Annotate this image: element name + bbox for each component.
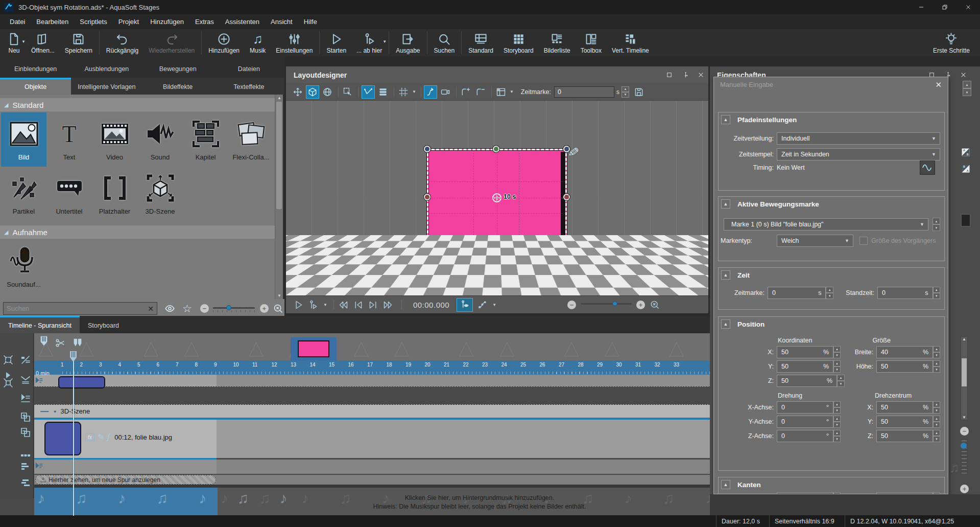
object-item-flexi-colla[interactable]: Flexi-Colla... [228,112,274,167]
playhead-line[interactable] [73,352,74,516]
maximize-panel-icon[interactable] [666,72,673,78]
fast-forward-icon[interactable] [383,300,393,310]
object-list-scrollbar[interactable]: ▲ ▼ [275,95,283,299]
clear-search-icon[interactable]: ✕ [148,305,154,313]
toolbar-starten[interactable]: Starten [321,29,351,56]
toolbar-ab-hier[interactable]: ▼... ab hier [351,29,387,56]
zoom-in-button[interactable]: + [260,304,269,313]
collapse-pfad-button[interactable]: ▲ [721,115,730,124]
floor-center-handle[interactable] [493,273,500,281]
toolbar-toolbox[interactable]: Toolbox [576,29,607,56]
toolbar-standard[interactable]: Standard [463,29,498,56]
properties-zoom-out-button[interactable]: − [960,427,969,436]
marke-select[interactable]: Marke 1 (0 s) Bild "folie blau.jpg"▼ [724,218,928,231]
value-spinner[interactable]: ▲▼ [933,360,940,373]
tab-einblendungen[interactable]: Einblendungen [0,65,71,73]
menu-scriptlets[interactable]: Scriptlets [74,14,112,29]
layers-icon[interactable] [376,85,390,99]
zeitmarke-input[interactable]: 0s [768,287,826,299]
resize-handle-mid-right[interactable] [563,194,570,200]
object-item-soundauf[interactable]: Soundauf... [1,240,46,294]
toolbar-erste-schritte[interactable]: Erste Schritte [928,29,975,56]
value-input[interactable]: 50% [777,360,833,373]
resize-handle-top-left[interactable] [424,146,431,152]
value-spinner[interactable]: ▲▼ [837,375,845,387]
value-spinner[interactable]: ▲▼ [933,346,940,358]
properties-scrollbar[interactable]: ▲ ▼ [961,336,968,420]
collapse-marke-button[interactable]: ▲ [721,199,730,209]
toolbar-speichern[interactable]: Speichern [60,29,98,56]
menu-ansicht[interactable]: Ansicht [265,14,298,29]
favorites-star-icon[interactable]: ☆ [182,303,192,315]
transition-ba-icon[interactable]: BA [961,164,971,174]
frame-arrows2-icon[interactable] [2,377,14,389]
toolbar-storyboard[interactable]: Storyboard [498,29,539,56]
value-spinner[interactable]: ▲▼ [833,416,841,428]
zeitmarke-spinner[interactable]: ▲▼ [622,86,629,98]
triple-bars-icon[interactable] [19,449,32,462]
menu-extras[interactable]: Extras [189,14,220,29]
collapse-track-icon[interactable]: — [40,407,49,416]
value-input[interactable]: 40% [876,346,933,358]
timeline-ruler[interactable]: 1234567891011121314151617181920212223242… [34,360,710,375]
track-header[interactable]: — ● 3D-Szene [34,404,710,418]
resize-handle-bottom-center[interactable] [493,243,499,250]
slash-box-icon[interactable] [19,354,32,366]
thumbnail-size-slider[interactable] [213,305,255,312]
prev-frame-icon[interactable] [353,300,364,310]
properties-zoom-slider[interactable] [962,439,967,473]
value-spinner[interactable]: ▲▼ [833,346,841,358]
curve-path-icon[interactable] [424,85,437,99]
object-item-bild[interactable]: Bild [1,112,46,167]
tab-storyboard[interactable]: Storyboard [80,316,127,333]
menu-hilfe[interactable]: Hilfe [298,14,323,29]
preview-zoom-slider[interactable] [581,301,632,308]
menu-hinzufgen[interactable]: Hinzufügen [145,14,189,29]
track-options-icon[interactable]: ● [54,409,56,414]
menu-bearbeiten[interactable]: Bearbeiten [31,14,74,29]
search-input[interactable]: Suchen ✕ [3,302,157,315]
object-item-video[interactable]: Video [92,112,137,167]
close-button[interactable] [957,0,980,14]
tab-bildeffekte[interactable]: Bildeffekte [142,78,213,95]
collapse-position-button[interactable]: ▲ [721,319,730,329]
section-header-aufnahme[interactable]: ◢Aufnahme [0,225,276,239]
restore-button[interactable] [933,0,957,14]
object-item-3d-szene[interactable]: 3D-Szene [137,167,183,221]
chevron-down-icon[interactable]: ▼ [412,89,416,94]
resize-handle-mid-left[interactable] [424,194,431,200]
select-dash-icon[interactable] [341,85,354,99]
tab-dateien[interactable]: Dateien [213,65,284,73]
minimize-button[interactable] [910,0,933,14]
layout-canvas[interactable]: 10 s ✎ [286,101,708,295]
toolbar-neu[interactable]: ▼Neu [2,29,26,56]
tab-objekte[interactable]: Objekte [0,78,71,95]
value-input[interactable]: 0° [777,430,833,442]
resize-handle-bottom-right[interactable] [563,243,570,250]
motion-path-options-icon[interactable] [477,300,488,310]
tab-texteffekte[interactable]: Texteffekte [213,78,284,95]
timing-curve-button[interactable] [920,161,935,175]
value-input[interactable]: 50% [876,430,933,442]
zoom-out-button[interactable]: − [200,304,209,313]
toolbar-suchen[interactable]: Suchen [429,29,460,56]
clip-edit-icon[interactable]: ✎ [98,432,104,442]
path-minus-icon[interactable] [474,85,487,99]
table-small-icon[interactable] [494,85,508,99]
align-stack-icon[interactable] [19,477,32,490]
value-input[interactable]: 50% [876,401,933,414]
object-item-text[interactable]: TText [46,112,92,167]
preview-zoom-out-button[interactable]: − [567,301,576,309]
object-item-sound[interactable]: Sound [137,112,183,167]
object-item-untertitel[interactable]: Untertitel [46,167,92,221]
zoom-reset-icon[interactable] [273,303,283,314]
value-spinner[interactable]: ▲▼ [933,401,940,414]
track-expand-icon[interactable] [35,376,43,385]
chevron-down-icon[interactable]: ▼ [21,39,26,44]
object-item-partikel[interactable]: Partikel [1,167,46,221]
play-list-icon[interactable] [19,392,32,404]
toolbar-bilderliste[interactable]: Bilderliste [539,29,576,56]
next-frame-icon[interactable] [368,300,378,310]
minus-box-icon[interactable] [19,426,32,439]
camera-icon[interactable] [439,85,452,99]
